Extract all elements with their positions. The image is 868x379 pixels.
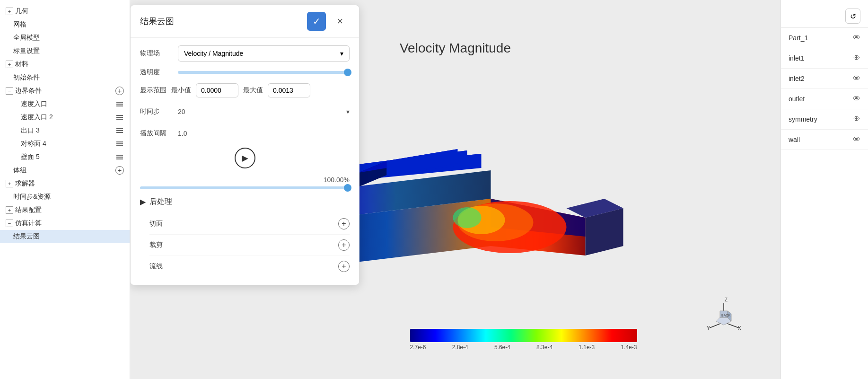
physics-field-label: 物理场	[140, 49, 178, 58]
clip-item: 裁剪 +	[149, 235, 350, 256]
min-value-input[interactable]	[196, 83, 238, 97]
eye-icon-outlet[interactable]: 👁	[853, 95, 860, 103]
right-item-part1: Part_1 👁	[781, 28, 868, 48]
add-body-group-button[interactable]: +	[115, 166, 124, 175]
streamline-label: 流线	[149, 262, 163, 271]
svg-marker-8	[349, 150, 467, 180]
sidebar-item-geometry[interactable]: + 几何	[0, 5, 130, 18]
timestep-select[interactable]: 20 ▾	[178, 104, 350, 119]
menu-icon-4	[116, 140, 124, 148]
sidebar-item-result-cloud[interactable]: 结果云图	[0, 230, 130, 243]
symmetry-label: symmetry	[789, 115, 817, 123]
svg-point-14	[458, 206, 505, 234]
physics-field-select[interactable]: Velocity / Magnitude ▾	[178, 45, 350, 62]
refresh-button[interactable]: ↺	[845, 9, 860, 24]
max-label: 最大值	[243, 86, 263, 95]
orientation-cube: Z Y X BACK	[705, 294, 743, 332]
right-item-inlet2: inlet2 👁	[781, 69, 868, 89]
svg-text:Z: Z	[725, 297, 728, 302]
clip-label: 裁剪	[149, 241, 163, 249]
chevron-down-icon-2: ▾	[346, 108, 350, 115]
sidebar-item-result-config[interactable]: + 结果配置	[0, 203, 130, 217]
sidebar-item-speed-inlet2[interactable]: 速度入口 2	[0, 111, 130, 124]
cut-plane-item: 切面 +	[149, 213, 350, 235]
svg-point-12	[453, 201, 567, 253]
timestep-label: 时间步	[140, 107, 178, 116]
colorbar-label-5: 1.4e-3	[621, 344, 637, 351]
eye-icon-wall[interactable]: 👁	[853, 135, 860, 144]
play-section: ▶	[140, 148, 350, 168]
eye-icon-symmetry[interactable]: 👁	[853, 115, 860, 123]
sidebar-item-symmetry4[interactable]: 对称面 4	[0, 137, 130, 150]
right-item-symmetry: symmetry 👁	[781, 109, 868, 130]
dialog-actions: ✓ ×	[307, 12, 350, 31]
play-button[interactable]: ▶	[235, 148, 255, 168]
add-cut-plane-button[interactable]: +	[338, 218, 350, 229]
expand-minus-icon-2: −	[6, 220, 13, 227]
right-item-inlet1: inlet1 👁	[781, 48, 868, 69]
sidebar-item-simulation[interactable]: − 仿真计算	[0, 217, 130, 230]
transparency-slider[interactable]	[178, 71, 350, 74]
streamline-item: 流线 +	[149, 256, 350, 277]
svg-marker-16	[586, 208, 623, 256]
sidebar-item-outlet3[interactable]: 出口 3	[0, 124, 130, 137]
interval-value: 1.0	[178, 126, 350, 141]
sidebar-item-wall5[interactable]: 壁面 5	[0, 150, 130, 164]
close-button[interactable]: ×	[331, 12, 350, 31]
progress-slider[interactable]	[140, 186, 350, 189]
eye-icon-inlet1[interactable]: 👁	[853, 54, 860, 62]
colorbar-label-0: 2.7e-6	[410, 344, 426, 351]
svg-point-15	[453, 207, 482, 228]
part1-label: Part_1	[789, 34, 808, 42]
expand-plus-icon-2: +	[6, 61, 13, 68]
svg-text:BACK: BACK	[721, 314, 730, 317]
dialog-body: 物理场 Velocity / Magnitude ▾ 透明度	[131, 38, 359, 285]
add-streamline-button[interactable]: +	[338, 261, 350, 272]
min-label: 最小值	[171, 86, 191, 95]
svg-point-13	[458, 203, 534, 241]
wall-label: wall	[789, 136, 800, 143]
transparency-row: 透明度	[140, 68, 350, 77]
svg-marker-10	[359, 149, 458, 173]
expand-plus-icon: +	[6, 8, 13, 15]
sidebar-item-global-model[interactable]: 全局模型	[0, 31, 130, 44]
colorbar	[410, 329, 637, 342]
add-clip-button[interactable]: +	[338, 239, 350, 251]
max-value-input[interactable]	[268, 83, 310, 97]
right-item-wall: wall 👁	[781, 130, 868, 150]
progress-thumb[interactable]	[344, 184, 351, 192]
sidebar-item-boundary-conditions[interactable]: − 边界条件 +	[0, 84, 130, 97]
display-range-label: 显示范围	[140, 86, 167, 95]
svg-marker-9	[359, 161, 387, 187]
slider-thumb[interactable]	[344, 69, 351, 76]
timestep-row: 时间步 20 ▾	[140, 104, 350, 119]
confirm-button[interactable]: ✓	[307, 12, 326, 31]
sidebar-item-materials[interactable]: + 材料	[0, 58, 130, 71]
outlet-label: outlet	[789, 95, 805, 103]
menu-icon-2	[116, 114, 124, 121]
expand-plus-icon-4: +	[6, 206, 13, 214]
sidebar-item-body-group[interactable]: 体组 +	[0, 164, 130, 177]
chevron-right-icon: ▶	[140, 197, 146, 206]
add-boundary-button[interactable]: +	[115, 87, 124, 95]
eye-icon-part1[interactable]: 👁	[853, 34, 860, 42]
inlet1-label: inlet1	[789, 54, 804, 62]
eye-icon-inlet2[interactable]: 👁	[853, 74, 860, 83]
sidebar-item-solver[interactable]: + 求解器	[0, 177, 130, 190]
colorbar-label-1: 2.8e-4	[452, 344, 468, 351]
right-item-outlet: outlet 👁	[781, 89, 868, 109]
sidebar-item-speed-inlet[interactable]: 速度入口	[0, 97, 130, 111]
post-items: 切面 + 裁剪 + 流线 +	[140, 213, 350, 277]
dialog-title: 结果云图	[140, 16, 174, 27]
colorbar-label-3: 8.3e-4	[536, 344, 552, 351]
sidebar-item-scalar-settings[interactable]: 标量设置	[0, 44, 130, 58]
sidebar-item-init-conditions[interactable]: 初始条件	[0, 71, 130, 84]
right-panel-header: ↺	[781, 5, 868, 28]
post-processing-section[interactable]: ▶ 后处理	[140, 197, 350, 207]
post-processing-label: 后处理	[149, 197, 172, 207]
result-cloud-dialog: 结果云图 ✓ × 物理场 Velocity / Magnitude ▾ 透明度	[130, 5, 359, 285]
sidebar-item-mesh[interactable]: 网格	[0, 18, 130, 31]
svg-text:X: X	[738, 326, 741, 331]
left-sidebar: + 几何 网格 全局模型 标量设置 + 材料 初始条件 − 边界条件 + 速度入…	[0, 0, 130, 379]
sidebar-item-timestep[interactable]: 时间步&资源	[0, 190, 130, 203]
